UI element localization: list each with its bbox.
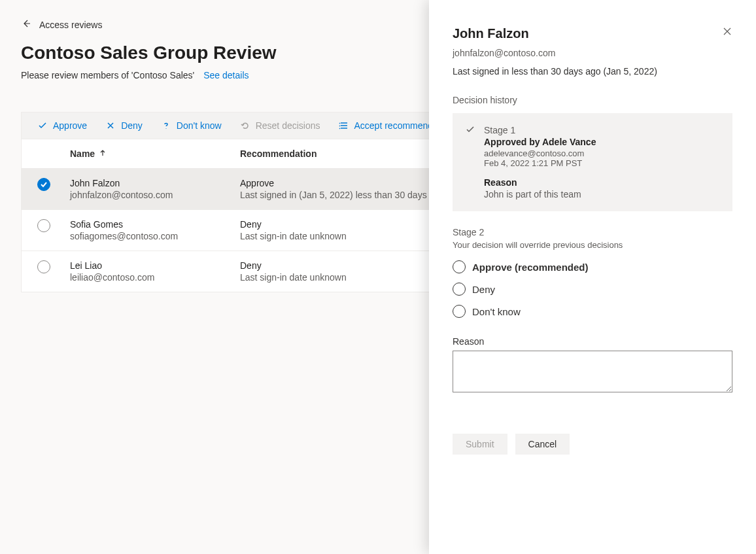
history-timestamp: Feb 4, 2022 1:21 PM PST xyxy=(484,158,719,168)
radio-icon xyxy=(453,260,466,273)
history-reason-label: Reason xyxy=(484,177,719,188)
see-details-link[interactable]: See details xyxy=(203,70,249,80)
member-name: John Falzon xyxy=(70,178,173,188)
radio-approve[interactable]: Approve (recommended) xyxy=(453,260,732,273)
panel-signin-info: Last signed in less than 30 days ago (Ja… xyxy=(453,66,732,77)
stage2-note: Your decision will override previous dec… xyxy=(453,240,732,250)
history-approver-email: adelevance@contoso.com xyxy=(484,148,719,158)
approve-button[interactable]: Approve xyxy=(37,120,87,131)
deny-button[interactable]: Deny xyxy=(105,120,143,131)
submit-button[interactable]: Submit xyxy=(453,434,507,455)
member-email: sofiagomes@contoso.com xyxy=(70,231,178,241)
dont-know-button[interactable]: Don't know xyxy=(161,120,222,131)
history-reason-text: John is part of this team xyxy=(484,189,719,199)
row-checkbox[interactable] xyxy=(37,219,50,232)
history-stage: Stage 1 xyxy=(484,125,719,135)
member-email: johnfalzon@contoso.com xyxy=(70,190,173,200)
sort-ascending-icon xyxy=(99,148,107,159)
back-arrow-icon[interactable] xyxy=(21,18,31,31)
member-email: leiliao@contoso.com xyxy=(70,272,154,283)
member-name: Sofia Gomes xyxy=(70,219,178,230)
reason-label: Reason xyxy=(453,336,732,347)
radio-deny[interactable]: Deny xyxy=(453,283,732,296)
cancel-button[interactable]: Cancel xyxy=(515,434,570,455)
reset-decisions-button: Reset decisions xyxy=(240,120,320,131)
breadcrumb-label: Access reviews xyxy=(39,20,102,30)
details-panel: John Falzon johnfalzon@contoso.com Last … xyxy=(429,0,756,554)
panel-email: johnfalzon@contoso.com xyxy=(453,48,732,58)
reason-textarea[interactable] xyxy=(453,351,732,392)
row-checkbox[interactable] xyxy=(37,260,50,273)
decision-history-card: Stage 1 Approved by Adele Vance adelevan… xyxy=(453,113,732,211)
panel-title: John Falzon xyxy=(453,26,529,41)
check-icon xyxy=(466,125,475,168)
page-subtitle: Please review members of 'Contoso Sales' xyxy=(21,70,194,80)
close-panel-button[interactable] xyxy=(722,26,732,39)
radio-icon xyxy=(453,305,466,318)
column-header-name[interactable]: Name xyxy=(70,148,240,159)
radio-icon xyxy=(453,283,466,296)
row-checkbox[interactable] xyxy=(37,178,50,191)
stage2-label: Stage 2 xyxy=(453,227,732,237)
decision-history-label: Decision history xyxy=(453,95,732,105)
decision-radio-group: Approve (recommended) Deny Don't know xyxy=(453,260,732,318)
history-decision: Approved by Adele Vance xyxy=(484,137,719,147)
member-name: Lei Liao xyxy=(70,260,154,271)
radio-dont-know[interactable]: Don't know xyxy=(453,305,732,318)
